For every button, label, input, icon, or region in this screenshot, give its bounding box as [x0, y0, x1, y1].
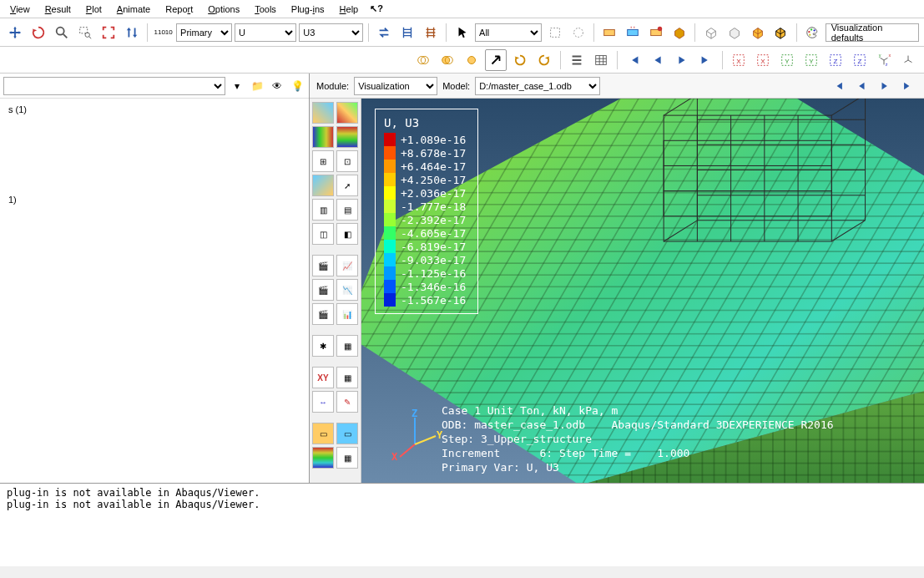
palette-icon[interactable]: [802, 22, 823, 43]
view-ypos-icon[interactable]: Y: [800, 49, 822, 71]
view-iso-icon[interactable]: xyz: [873, 49, 895, 71]
tree-item-1[interactable]: 1): [7, 192, 302, 207]
arrow-ne-icon[interactable]: [485, 49, 507, 71]
play-icon[interactable]: [671, 49, 693, 71]
view-zpos-icon[interactable]: Z: [849, 49, 871, 71]
zoom-icon[interactable]: [52, 22, 73, 43]
module-select[interactable]: Visualization: [354, 77, 437, 95]
view-xpos-icon[interactable]: X: [752, 49, 774, 71]
tree-filter-combo[interactable]: [3, 77, 225, 95]
plot-deformed-icon[interactable]: [336, 102, 358, 124]
menu-tools[interactable]: Tools: [248, 3, 283, 16]
xy-table-icon[interactable]: ▦: [336, 367, 358, 388]
menu-options[interactable]: Options: [201, 3, 246, 16]
menu-help[interactable]: Help: [333, 3, 366, 16]
material-orient-icon[interactable]: [312, 175, 334, 196]
ctx-play-icon[interactable]: [876, 77, 894, 95]
tree-folder-icon[interactable]: 📁: [249, 78, 265, 94]
symbol-options-icon[interactable]: ⊡: [336, 150, 358, 172]
wireframe-icon[interactable]: [700, 22, 721, 43]
rotate-icon[interactable]: [28, 22, 49, 43]
movie3-icon[interactable]: 🎬: [312, 303, 334, 325]
report-icon[interactable]: 📊: [336, 303, 358, 325]
cycle-views-icon[interactable]: [121, 22, 142, 43]
chart2-icon[interactable]: 📉: [336, 279, 358, 301]
ply-icon[interactable]: ▥: [312, 199, 334, 221]
spectrum-icon[interactable]: [312, 447, 334, 469]
xy-create-icon[interactable]: XY: [312, 367, 334, 388]
view-yneg-icon[interactable]: Y: [776, 49, 798, 71]
viewport[interactable]: U, U3 +1.089e-16+8.678e-17+6.464e-17+4.2…: [361, 99, 924, 483]
redo-rot-icon[interactable]: [533, 49, 555, 71]
chart-icon[interactable]: 📈: [336, 255, 358, 276]
contour-options-icon[interactable]: [336, 126, 358, 148]
view-xneg-icon[interactable]: X: [728, 49, 750, 71]
swap-icon[interactable]: [374, 22, 395, 43]
model-select[interactable]: D:/master_case_1.odb: [475, 77, 600, 95]
movie2-icon[interactable]: 🎬: [312, 279, 334, 301]
menu-report[interactable]: Report: [159, 3, 199, 16]
tree-item-0[interactable]: s (1): [7, 102, 302, 117]
tree-eye-icon[interactable]: 👁: [269, 78, 285, 94]
message-console[interactable]: plug-in is not available in Abaqus/Viewe…: [0, 483, 924, 566]
pan-icon[interactable]: [5, 22, 26, 43]
spectrum-opt-icon[interactable]: ▦: [336, 447, 358, 469]
zoom-box-icon[interactable]: [75, 22, 96, 43]
plot-undeformed-icon[interactable]: [312, 102, 334, 124]
last-frame-icon[interactable]: [695, 49, 717, 71]
tree-sort-icon[interactable]: ▾: [229, 78, 245, 94]
whats-this-icon[interactable]: ↖?: [370, 3, 383, 14]
material-opt-icon[interactable]: ➚: [336, 175, 358, 196]
overlay3-icon[interactable]: [461, 49, 482, 71]
rail-icon-1[interactable]: [397, 22, 418, 43]
undo-rot-icon[interactable]: [509, 49, 531, 71]
overlay1-icon[interactable]: [412, 49, 434, 71]
symbol-plot-icon[interactable]: ⊞: [312, 150, 334, 172]
ply-opt-icon[interactable]: ▤: [336, 199, 358, 221]
movie-icon[interactable]: 🎬: [312, 255, 334, 276]
output-type-select[interactable]: Primary: [176, 23, 232, 42]
variable-select[interactable]: U: [235, 23, 296, 42]
render-solid-icon[interactable]: [669, 22, 690, 43]
select-circle-icon[interactable]: [568, 22, 588, 43]
menu-plot[interactable]: Plot: [79, 3, 109, 16]
list-icon[interactable]: [566, 49, 588, 71]
first-frame-icon[interactable]: [623, 49, 644, 71]
rail-icon-2[interactable]: [420, 22, 441, 43]
menu-plugins[interactable]: Plug-ins: [285, 3, 331, 16]
select-box-icon[interactable]: [544, 22, 565, 43]
prev-frame-icon[interactable]: [647, 49, 669, 71]
menu-result[interactable]: Result: [38, 3, 78, 16]
hidden-icon[interactable]: [724, 22, 745, 43]
ctx-last-frame-icon[interactable]: [899, 77, 917, 95]
triad-opt-icon[interactable]: ▦: [336, 335, 358, 357]
selection-filter-select[interactable]: All: [475, 23, 542, 42]
pointer-icon[interactable]: [452, 22, 472, 43]
triad-icon[interactable]: ✱: [312, 335, 334, 357]
shaded-icon[interactable]: [747, 22, 768, 43]
displaygroup-add-icon[interactable]: [646, 22, 667, 43]
fit-icon[interactable]: [98, 22, 119, 43]
view-iso2-icon[interactable]: [897, 49, 919, 71]
viz-defaults-select[interactable]: Visualization defaults: [826, 23, 919, 42]
field-opt-icon[interactable]: ▭: [336, 423, 358, 444]
displaygroup-replace-icon[interactable]: [623, 22, 644, 43]
overlay2-icon[interactable]: [437, 49, 458, 71]
menu-animate[interactable]: Animate: [110, 3, 157, 16]
overlay-plot-icon[interactable]: ◫: [312, 223, 334, 245]
ctx-prev-frame-icon[interactable]: [852, 77, 871, 95]
xy-sig-icon[interactable]: ✎: [336, 391, 358, 413]
displaygroup-create-icon[interactable]: [599, 22, 620, 43]
overlay-opt-icon[interactable]: ◧: [336, 223, 358, 245]
contour-icon[interactable]: [312, 126, 334, 148]
results-tree[interactable]: s (1) 1): [0, 99, 309, 483]
xy-dim-icon[interactable]: ↔: [312, 391, 334, 413]
component-select[interactable]: U3: [299, 23, 362, 42]
tree-bulb-icon[interactable]: 💡: [289, 78, 305, 94]
shaded-edges-icon[interactable]: [770, 22, 791, 43]
view-zneg-icon[interactable]: Z: [825, 49, 846, 71]
binary-toggle-icon[interactable]: 11010: [153, 22, 174, 43]
menu-view[interactable]: View: [3, 3, 37, 16]
field-output-icon[interactable]: ▭: [312, 423, 334, 444]
table-icon[interactable]: [590, 49, 612, 71]
